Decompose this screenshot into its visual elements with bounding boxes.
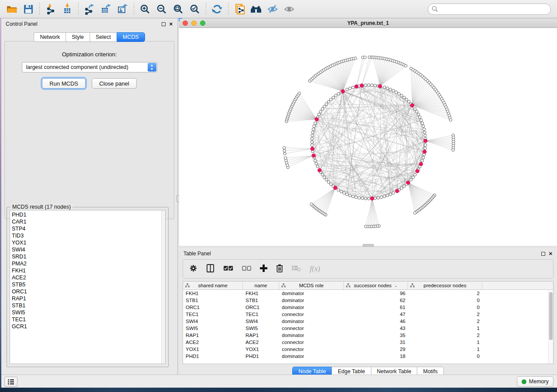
node-table[interactable]: shared namenameMCDS rolesuccessor nodes⌄…	[183, 281, 554, 364]
ring-node[interactable]	[389, 88, 392, 91]
ring-node[interactable]	[311, 138, 313, 140]
ring-node[interactable]	[321, 108, 324, 110]
ring-node[interactable]	[319, 110, 322, 113]
import-table-button[interactable]	[59, 2, 76, 17]
float-panel-icon[interactable]	[162, 22, 166, 26]
table-row[interactable]: ORC1ORC1dominator610	[183, 304, 553, 311]
mcds-result-item[interactable]: STB1	[10, 302, 165, 309]
ring-node[interactable]	[386, 194, 389, 197]
leaf-node[interactable]	[284, 152, 286, 155]
leaf-node[interactable]	[310, 203, 313, 206]
ring-node[interactable]	[346, 193, 348, 196]
mcds-hub-node[interactable]	[341, 89, 345, 93]
ring-node[interactable]	[316, 165, 319, 168]
mcds-result-item[interactable]: SRD1	[10, 253, 165, 260]
table-row[interactable]: SWI4SWI4dominator462	[183, 318, 553, 325]
column-header-name[interactable]: name	[243, 282, 279, 289]
ring-node[interactable]	[321, 173, 324, 176]
mcds-hub-node[interactable]	[370, 197, 374, 200]
mcds-result-item[interactable]: SWI5	[10, 309, 165, 316]
mcds-result-item[interactable]: TID3	[10, 232, 165, 239]
ring-node[interactable]	[377, 196, 380, 199]
ring-node[interactable]	[327, 181, 330, 183]
ring-node[interactable]	[355, 196, 357, 199]
ring-node[interactable]	[370, 84, 373, 86]
ring-node[interactable]	[417, 113, 420, 116]
ring-node[interactable]	[400, 94, 403, 97]
search-input[interactable]	[428, 3, 551, 15]
ring-node[interactable]	[408, 100, 410, 103]
ring-node[interactable]	[415, 110, 418, 113]
mcds-hub-node[interactable]	[333, 186, 337, 189]
ring-node[interactable]	[424, 134, 426, 137]
mcds-hub-node[interactable]	[311, 147, 314, 151]
mcds-result-item[interactable]: PHD1	[10, 211, 165, 218]
ring-node[interactable]	[323, 105, 325, 108]
ring-node[interactable]	[311, 144, 313, 146]
mcds-hub-node[interactable]	[406, 181, 410, 184]
mcds-hub-node[interactable]	[318, 168, 321, 172]
close-table-panel-icon[interactable]: ✕	[549, 251, 553, 256]
table-scrollbar-thumb[interactable]	[549, 292, 553, 340]
ring-node[interactable]	[337, 189, 340, 191]
leaf-node[interactable]	[283, 149, 286, 152]
refresh-layout-button[interactable]	[209, 2, 225, 17]
open-file-button[interactable]	[3, 2, 20, 17]
ring-node[interactable]	[389, 193, 392, 196]
ring-node[interactable]	[410, 178, 412, 181]
mcds-hub-node[interactable]	[410, 103, 414, 107]
ring-node[interactable]	[423, 131, 426, 134]
ring-node[interactable]	[335, 94, 337, 97]
leaf-node[interactable]	[414, 212, 416, 214]
mcds-hub-node[interactable]	[360, 84, 363, 87]
mcds-hub-node[interactable]	[423, 150, 426, 153]
ring-node[interactable]	[392, 192, 394, 194]
table-row[interactable]: STB1STB1dominator620	[183, 297, 553, 304]
mcds-result-item[interactable]: ACE2	[10, 274, 165, 281]
ring-node[interactable]	[340, 190, 343, 193]
ring-node[interactable]	[403, 96, 405, 99]
mcds-result-item[interactable]: GCR1	[10, 323, 165, 330]
ring-node[interactable]	[386, 87, 389, 89]
mcds-result-item[interactable]: SWI4	[10, 246, 165, 253]
mcds-result-item[interactable]: PMA2	[10, 260, 165, 267]
run-mcds-button[interactable]: Run MCDS	[42, 78, 86, 89]
table-scrollbar[interactable]	[548, 290, 553, 364]
hide-details-button[interactable]	[264, 2, 281, 17]
mcds-hub-node[interactable]	[312, 154, 315, 157]
tab-select[interactable]: Select	[90, 32, 117, 42]
ring-node[interactable]	[349, 87, 351, 89]
ring-node[interactable]	[323, 176, 325, 179]
ring-node[interactable]	[423, 128, 426, 131]
mcds-result-item[interactable]: STP4	[10, 225, 165, 232]
tab-style[interactable]: Style	[66, 32, 90, 42]
mcds-result-item[interactable]: FKH1	[10, 267, 165, 274]
ring-node[interactable]	[349, 194, 351, 197]
table-row[interactable]: RAP1RAP1dominator352	[183, 332, 553, 339]
ring-node[interactable]	[329, 98, 332, 101]
ring-node[interactable]	[422, 125, 425, 127]
mcds-result-item[interactable]: YOX1	[10, 239, 165, 246]
save-session-button[interactable]	[20, 2, 37, 17]
ring-node[interactable]	[329, 183, 332, 186]
mcds-result-item[interactable]: TEC1	[10, 316, 165, 323]
mcds-hub-node[interactable]	[315, 117, 318, 121]
ring-node[interactable]	[421, 122, 424, 124]
mcds-result-list[interactable]: PHD1CAR1STP4TID3YOX1SWI4SRD1PMA2FKH1ACE2…	[10, 210, 166, 364]
leaf-node[interactable]	[354, 57, 357, 59]
column-header-MCDS-role[interactable]: MCDS role	[279, 282, 344, 289]
network-canvas[interactable]	[179, 28, 557, 245]
ring-node[interactable]	[312, 128, 315, 131]
network-file-button[interactable]	[231, 2, 248, 17]
ring-node[interactable]	[421, 159, 424, 162]
close-panel-icon[interactable]: ✕	[169, 22, 173, 27]
ring-node[interactable]	[314, 159, 316, 162]
ring-node[interactable]	[364, 197, 367, 200]
ring-node[interactable]	[364, 84, 367, 86]
ring-node[interactable]	[403, 185, 405, 187]
tab-mcds[interactable]: MCDS	[117, 32, 145, 42]
show-details-button[interactable]	[281, 2, 298, 17]
ring-node[interactable]	[367, 84, 370, 86]
delete-column-button[interactable]	[276, 264, 283, 274]
zoom-fit-button[interactable]	[170, 2, 187, 17]
